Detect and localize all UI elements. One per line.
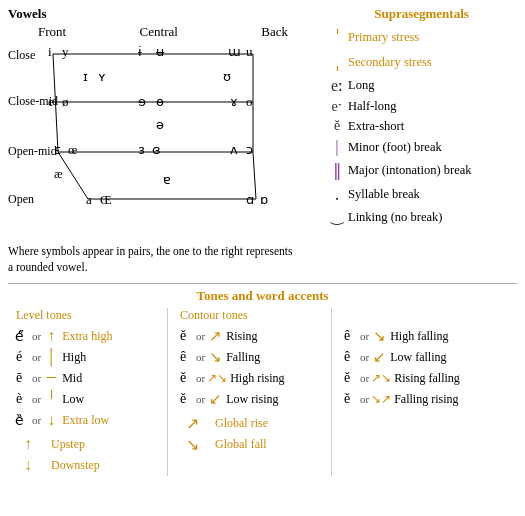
- rising-falling-diacritic: ↗↘: [371, 371, 391, 386]
- suprasegmentals-panel: Suprasegmentals ˈ Primary stress ˌ Secon…: [318, 6, 517, 275]
- high-falling-name: High falling: [390, 329, 448, 344]
- mid-name: Mid: [62, 371, 82, 386]
- supra-title: Suprasegmentals: [326, 6, 517, 22]
- tone-extra-high: é̋ or ↑ Extra high: [8, 326, 163, 346]
- rising-falling-name: Rising falling: [394, 371, 460, 386]
- tone-low: è or ╵ Low: [8, 389, 163, 409]
- falling-rising-name: Falling rising: [394, 392, 458, 407]
- high-rising-char: ě: [172, 370, 194, 386]
- supra-long: eː Long: [326, 76, 517, 95]
- tone-high-falling: ê or ↘ High falling: [336, 326, 517, 346]
- tones-columns: Level tones é̋ or ↑ Extra high é or │ Hi…: [8, 308, 517, 476]
- tone-upstep: ↑ Upstep: [8, 434, 163, 454]
- contour-tones-col: Contour tones ě or ↗ Rising ê or ↘ Falli…: [172, 308, 327, 476]
- primary-stress-symbol: ˈ: [326, 26, 348, 48]
- vowel-upsilon: ʊ: [223, 69, 231, 85]
- supra-syllable-break: . Syllable break: [326, 184, 517, 205]
- vowel-epsilon: ɛ: [54, 142, 61, 158]
- low-rising-char: ě: [172, 391, 194, 407]
- supra-secondary-stress: ˌ Secondary stress: [326, 51, 517, 73]
- linking-symbol: ‿: [326, 208, 348, 226]
- secondary-stress-symbol: ˌ: [326, 51, 348, 73]
- vowel-w: ɯ: [228, 44, 241, 60]
- syllable-break-symbol: .: [326, 184, 348, 205]
- vowel-closed-3: ɞ: [152, 142, 161, 158]
- vowel-3: ɜ: [138, 142, 145, 158]
- vowel-u-bar: ʉ: [156, 44, 164, 60]
- tone-downstep: ↓ Downstep: [8, 455, 163, 475]
- low-falling-char: ê: [336, 349, 358, 365]
- low-falling-diacritic: ↙: [371, 348, 387, 366]
- falling-rising-char: ě: [336, 391, 358, 407]
- vowel-description: Where symbols appear in pairs, the one t…: [8, 243, 298, 275]
- vowel-o-slash: ø: [62, 94, 69, 110]
- primary-stress-label: Primary stress: [348, 30, 419, 45]
- supra-half-long: eˑ Half-long: [326, 98, 517, 115]
- tone-global-fall: ↘ Global fall: [172, 434, 327, 454]
- contour-right-col: ê or ↘ High falling ê or ↙ Low falling ě…: [336, 308, 517, 476]
- mid-char: ē: [8, 370, 30, 386]
- tones-divider: [167, 308, 168, 476]
- upstep-name: Upstep: [51, 437, 85, 452]
- global-rise-symbol: ↗: [172, 414, 212, 433]
- low-falling-name: Low falling: [390, 350, 446, 365]
- downstep-symbol: ↓: [8, 456, 48, 474]
- tone-rising-falling: ě or ↗↘ Rising falling: [336, 368, 517, 388]
- upstep-symbol: ↑: [8, 435, 48, 453]
- rising-name: Rising: [226, 329, 257, 344]
- extra-high-char: é̋: [8, 328, 30, 345]
- vowel-e-mid: ɘ: [138, 94, 146, 110]
- col-labels: Front Central Back: [28, 24, 298, 40]
- row-close: Close: [8, 48, 35, 63]
- vowel-u: u: [246, 44, 253, 60]
- minor-break-label: Minor (foot) break: [348, 140, 442, 155]
- contour-right-title: [336, 308, 517, 323]
- supra-primary-stress: ˈ Primary stress: [326, 26, 517, 48]
- level-title: Level tones: [8, 308, 163, 323]
- major-break-symbol: ‖: [326, 160, 348, 181]
- tone-high: é or │ High: [8, 347, 163, 367]
- tones-title: Tones and word accents: [8, 288, 517, 304]
- contour-title: Contour tones: [172, 308, 327, 323]
- high-rising-name: High rising: [230, 371, 284, 386]
- top-section: Vowels Front Central Back: [8, 6, 517, 275]
- long-label: Long: [348, 78, 374, 93]
- minor-break-symbol: |: [326, 137, 348, 157]
- supra-minor-break: | Minor (foot) break: [326, 137, 517, 157]
- major-break-label: Major (intonation) break: [348, 163, 472, 178]
- low-name: Low: [62, 392, 84, 407]
- vowel-alpha: ɑ: [246, 192, 254, 208]
- vowel-a-turned: ɐ: [163, 172, 171, 188]
- extra-low-name: Extra low: [62, 413, 109, 428]
- tone-high-rising: ě or ↗↘ High rising: [172, 368, 327, 388]
- vowel-i: i: [48, 44, 52, 60]
- downstep-name: Downstep: [51, 458, 100, 473]
- tone-low-falling: ê or ↙ Low falling: [336, 347, 517, 367]
- rising-diacritic: ↗: [207, 327, 223, 345]
- low-diacritic: ╵: [43, 390, 59, 408]
- vowel-i-central: ɨ: [138, 44, 142, 60]
- vowel-Y: ʏ: [98, 69, 106, 85]
- high-falling-char: ê: [336, 328, 358, 344]
- vowel-y: y: [62, 44, 69, 60]
- high-diacritic: │: [43, 349, 59, 366]
- extra-low-diacritic: ↓: [43, 411, 59, 429]
- half-long-symbol: eˑ: [326, 98, 348, 115]
- vowels-chart: Front Central Back: [8, 24, 308, 239]
- vowel-o: o: [246, 94, 253, 110]
- high-falling-diacritic: ↘: [371, 327, 387, 345]
- syllable-break-label: Syllable break: [348, 187, 420, 202]
- vowels-panel: Vowels Front Central Back: [8, 6, 318, 275]
- col-central: Central: [140, 24, 178, 40]
- level-tones-col: Level tones é̋ or ↑ Extra high é or │ Hi…: [8, 308, 163, 476]
- supra-extra-short: ĕ Extra-short: [326, 118, 517, 134]
- vowel-ae: æ: [54, 166, 63, 182]
- high-rising-diacritic: ↗↘: [207, 371, 227, 386]
- vowel-rams: ɤ: [230, 94, 238, 110]
- extra-low-char: ȅ: [8, 412, 30, 429]
- extra-short-label: Extra-short: [348, 119, 404, 134]
- extra-high-name: Extra high: [62, 329, 112, 344]
- tones-section: Tones and word accents Level tones é̋ or…: [8, 283, 517, 476]
- vowel-o-mid: ɵ: [156, 94, 164, 110]
- falling-rising-diacritic: ↘↗: [371, 392, 391, 407]
